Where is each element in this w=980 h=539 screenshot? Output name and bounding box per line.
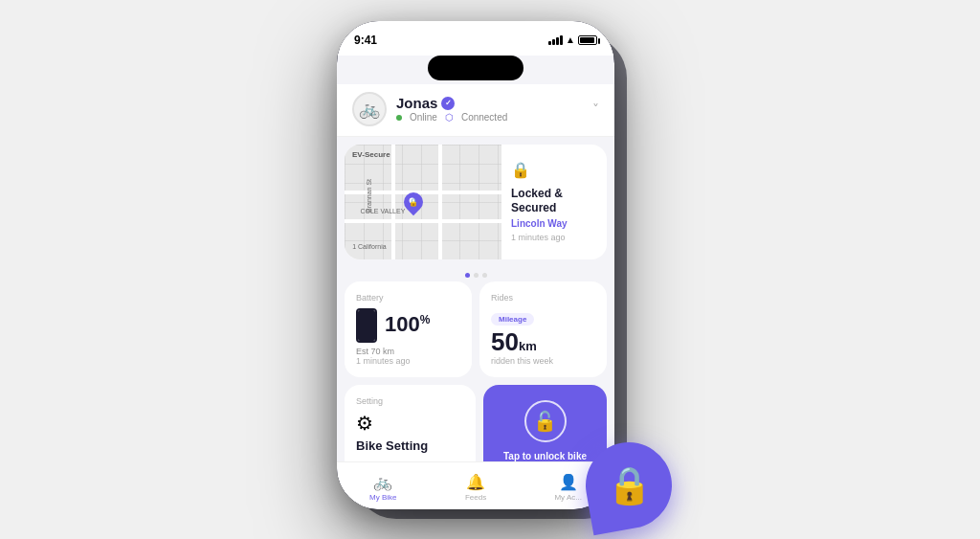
- map-road-vertical-2: [438, 145, 442, 259]
- neighborhood-label: COLE VALLEY: [360, 208, 405, 214]
- nav-label-account: My Ac...: [554, 493, 581, 502]
- rides-label: Rides: [491, 293, 595, 303]
- user-name-row: Jonas ✓: [396, 95, 583, 111]
- avatar: 🚲: [352, 92, 387, 126]
- online-label: Online: [410, 112, 437, 123]
- pin-dot: [410, 197, 415, 203]
- wifi-icon: ▲: [566, 34, 575, 45]
- status-time: 9:41: [354, 34, 377, 47]
- ev-secure-label: EV-Secure: [352, 150, 390, 159]
- status-bar: 9:41 ▲: [337, 21, 614, 56]
- scroll-content: EV-Secure Brannan St COLE VALLEY 1 Calif…: [337, 137, 614, 509]
- california-label: 1 California: [352, 243, 386, 250]
- header-status: Online ⬡ Connected: [396, 112, 583, 123]
- dots-indicator: [345, 267, 607, 281]
- status-icons: ▲: [548, 34, 597, 45]
- rides-km: 50km: [491, 329, 595, 354]
- map-pin: [404, 192, 423, 215]
- battery-percent: 100%: [385, 314, 430, 335]
- battery-label: Battery: [356, 293, 460, 303]
- bottom-nav: 🚲 My Bike 🔔 Feeds 👤 My Ac...: [337, 461, 614, 509]
- unlock-icon-circle: 🔓: [524, 400, 567, 442]
- battery-big-icon: [356, 308, 377, 343]
- rides-sub: ridden this week: [491, 356, 595, 366]
- chevron-down-icon[interactable]: ˅: [592, 101, 599, 117]
- dot-1: [465, 273, 470, 278]
- phone-shell: 9:41 ▲ 🚲 Jonas: [337, 21, 614, 509]
- phone-scene: 9:41 ▲ 🚲 Jonas: [337, 21, 643, 519]
- signal-icon: [548, 35, 563, 45]
- lock-status-time: 1 minutes ago: [511, 233, 597, 242]
- dot-3: [482, 273, 487, 278]
- battery-est: Est 70 km: [356, 347, 460, 356]
- setting-label: Setting: [356, 396, 464, 406]
- online-indicator: [396, 115, 402, 121]
- setting-title: Bike Setting: [356, 438, 464, 453]
- feeds-icon: 🔔: [466, 473, 485, 491]
- stats-row: Battery 100% Est 70 km 1 minutes ago: [345, 281, 607, 377]
- user-name-text: Jonas: [396, 95, 437, 111]
- phone-screen: 9:41 ▲ 🚲 Jonas: [337, 21, 614, 509]
- rides-card: Rides Mileage 50km ridden this week: [479, 281, 607, 377]
- unlock-lock-icon: 🔓: [533, 410, 557, 433]
- nav-feeds[interactable]: 🔔 Feeds: [430, 469, 523, 502]
- bluetooth-icon: ⬡: [445, 112, 454, 123]
- battery-icon: [578, 35, 597, 45]
- nav-my-bike[interactable]: 🚲 My Bike: [337, 469, 430, 502]
- lock-status-title: Locked &Secured: [511, 187, 597, 214]
- settings-icon: ⚙: [356, 412, 464, 435]
- nav-label-feeds: Feeds: [465, 493, 486, 502]
- dynamic-island: [428, 56, 523, 80]
- map-road-vertical: [391, 145, 395, 259]
- lock-badge-icon: 🔒: [607, 464, 652, 506]
- verified-badge: ✓: [441, 97, 455, 110]
- battery-card: Battery 100% Est 70 km 1 minutes ago: [345, 281, 472, 377]
- battery-time: 1 minutes ago: [356, 356, 460, 366]
- map-area: EV-Secure Brannan St COLE VALLEY 1 Calif…: [345, 145, 501, 259]
- unlock-text: Tap to unlock bike: [503, 450, 587, 462]
- my-bike-icon: 🚲: [373, 473, 392, 491]
- lock-icon: 🔒: [511, 161, 597, 179]
- pin-body: [400, 189, 427, 215]
- nav-label-bike: My Bike: [369, 493, 396, 502]
- account-icon: 👤: [559, 473, 578, 491]
- lock-status-location: Lincoln Way: [511, 218, 597, 229]
- dot-2: [474, 273, 479, 278]
- battery-fill: [358, 310, 375, 341]
- header: 🚲 Jonas ✓ Online ⬡ Connected ˅: [337, 84, 614, 137]
- map-road-horizontal-2: [345, 219, 501, 223]
- header-info: Jonas ✓ Online ⬡ Connected: [396, 95, 583, 123]
- battery-display: 100%: [356, 308, 460, 343]
- map-card[interactable]: EV-Secure Brannan St COLE VALLEY 1 Calif…: [345, 145, 607, 259]
- map-info: 🔒 Locked &Secured Lincoln Way 1 minutes …: [501, 145, 607, 259]
- rides-tab[interactable]: Mileage: [491, 313, 534, 326]
- connected-label: Connected: [461, 112, 507, 123]
